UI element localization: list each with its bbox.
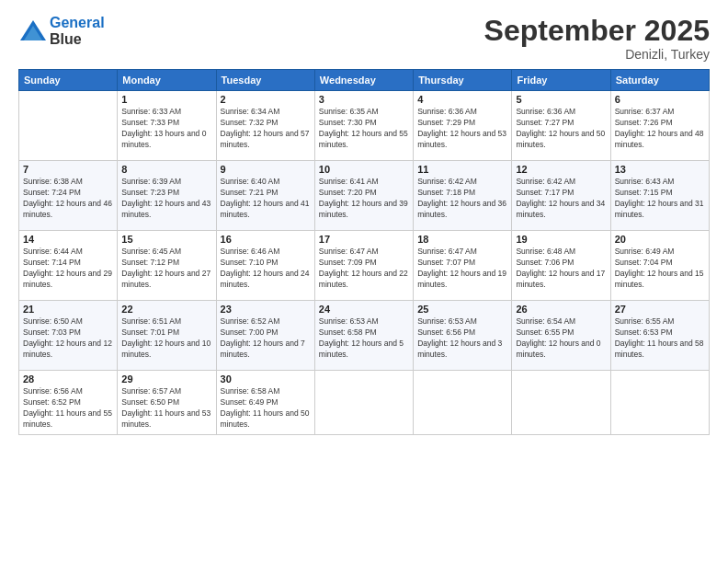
day-info: Sunrise: 6:37 AMSunset: 7:26 PMDaylight:… [615, 107, 705, 151]
table-row: 9 Sunrise: 6:40 AMSunset: 7:21 PMDayligh… [216, 161, 314, 231]
col-wednesday: Wednesday [314, 70, 413, 91]
day-info: Sunrise: 6:52 AMSunset: 7:00 PMDaylight:… [221, 316, 311, 361]
logo-general: General [50, 15, 105, 30]
table-row: 4 Sunrise: 6:36 AMSunset: 7:29 PMDayligh… [414, 91, 512, 161]
col-friday: Friday [512, 70, 610, 91]
day-number: 16 [221, 234, 311, 245]
table-row: 1 Sunrise: 6:33 AMSunset: 7:33 PMDayligh… [118, 91, 216, 161]
day-number: 19 [516, 234, 606, 245]
table-row: 22 Sunrise: 6:51 AMSunset: 7:01 PMDaylig… [118, 301, 216, 371]
day-info: Sunrise: 6:57 AMSunset: 6:50 PMDaylight:… [121, 386, 211, 431]
day-info: Sunrise: 6:39 AMSunset: 7:23 PMDaylight:… [121, 177, 211, 221]
day-number: 24 [319, 304, 409, 315]
col-tuesday: Tuesday [216, 70, 314, 91]
logo-icon [18, 18, 48, 44]
day-info: Sunrise: 6:42 AMSunset: 7:18 PMDaylight:… [417, 177, 507, 221]
day-info: Sunrise: 6:56 AMSunset: 6:52 PMDaylight:… [23, 386, 113, 431]
day-number: 12 [516, 164, 606, 175]
table-row [314, 371, 413, 435]
day-info: Sunrise: 6:34 AMSunset: 7:32 PMDaylight:… [221, 107, 311, 151]
table-row: 27 Sunrise: 6:55 AMSunset: 6:53 PMDaylig… [610, 301, 709, 371]
day-info: Sunrise: 6:55 AMSunset: 6:53 PMDaylight:… [615, 316, 705, 361]
day-info: Sunrise: 6:54 AMSunset: 6:55 PMDaylight:… [516, 316, 606, 361]
calendar-table: Sunday Monday Tuesday Wednesday Thursday… [18, 69, 710, 435]
day-info: Sunrise: 6:53 AMSunset: 6:58 PMDaylight:… [319, 316, 409, 361]
day-number: 20 [615, 234, 705, 245]
day-info: Sunrise: 6:51 AMSunset: 7:01 PMDaylight:… [121, 316, 211, 361]
table-row: 12 Sunrise: 6:42 AMSunset: 7:17 PMDaylig… [512, 161, 610, 231]
day-number: 10 [319, 164, 409, 175]
table-row: 13 Sunrise: 6:43 AMSunset: 7:15 PMDaylig… [610, 161, 709, 231]
table-row: 17 Sunrise: 6:47 AMSunset: 7:09 PMDaylig… [314, 231, 413, 301]
day-number: 8 [121, 164, 211, 175]
location: Denizli, Turkey [484, 47, 710, 62]
table-row [610, 371, 709, 435]
month-title: September 2025 [484, 15, 710, 47]
table-row: 26 Sunrise: 6:54 AMSunset: 6:55 PMDaylig… [512, 301, 610, 371]
day-info: Sunrise: 6:58 AMSunset: 6:49 PMDaylight:… [221, 386, 311, 431]
table-row: 15 Sunrise: 6:45 AMSunset: 7:12 PMDaylig… [118, 231, 216, 301]
day-number: 29 [121, 373, 211, 385]
table-row: 2 Sunrise: 6:34 AMSunset: 7:32 PMDayligh… [216, 91, 314, 161]
table-row [414, 371, 512, 435]
table-row: 29 Sunrise: 6:57 AMSunset: 6:50 PMDaylig… [118, 371, 216, 435]
day-number: 22 [121, 304, 211, 315]
day-info: Sunrise: 6:48 AMSunset: 7:06 PMDaylight:… [516, 247, 606, 291]
table-row: 25 Sunrise: 6:53 AMSunset: 6:56 PMDaylig… [414, 301, 512, 371]
table-row: 8 Sunrise: 6:39 AMSunset: 7:23 PMDayligh… [118, 161, 216, 231]
table-row: 11 Sunrise: 6:42 AMSunset: 7:18 PMDaylig… [414, 161, 512, 231]
col-sunday: Sunday [19, 70, 118, 91]
table-row: 24 Sunrise: 6:53 AMSunset: 6:58 PMDaylig… [314, 301, 413, 371]
table-row: 30 Sunrise: 6:58 AMSunset: 6:49 PMDaylig… [216, 371, 314, 435]
day-info: Sunrise: 6:36 AMSunset: 7:29 PMDaylight:… [417, 107, 507, 151]
day-number: 7 [23, 164, 113, 175]
day-info: Sunrise: 6:49 AMSunset: 7:04 PMDaylight:… [615, 247, 705, 291]
table-row: 16 Sunrise: 6:46 AMSunset: 7:10 PMDaylig… [216, 231, 314, 301]
table-row: 20 Sunrise: 6:49 AMSunset: 7:04 PMDaylig… [610, 231, 709, 301]
col-saturday: Saturday [610, 70, 709, 91]
table-row: 14 Sunrise: 6:44 AMSunset: 7:14 PMDaylig… [19, 231, 118, 301]
day-number: 14 [23, 234, 113, 245]
table-row: 19 Sunrise: 6:48 AMSunset: 7:06 PMDaylig… [512, 231, 610, 301]
table-row [19, 91, 118, 161]
day-info: Sunrise: 6:46 AMSunset: 7:10 PMDaylight:… [221, 247, 311, 291]
day-number: 13 [615, 164, 705, 175]
day-number: 4 [417, 94, 507, 105]
day-info: Sunrise: 6:35 AMSunset: 7:30 PMDaylight:… [319, 107, 409, 151]
table-row: 21 Sunrise: 6:50 AMSunset: 7:03 PMDaylig… [19, 301, 118, 371]
day-number: 21 [23, 304, 113, 315]
day-number: 17 [319, 234, 409, 245]
col-thursday: Thursday [414, 70, 512, 91]
day-number: 25 [417, 304, 507, 315]
calendar-header-row: Sunday Monday Tuesday Wednesday Thursday… [19, 70, 710, 91]
title-block: September 2025 Denizli, Turkey [484, 15, 710, 62]
day-info: Sunrise: 6:45 AMSunset: 7:12 PMDaylight:… [121, 247, 211, 291]
day-info: Sunrise: 6:43 AMSunset: 7:15 PMDaylight:… [615, 177, 705, 221]
day-info: Sunrise: 6:38 AMSunset: 7:24 PMDaylight:… [23, 177, 113, 221]
day-info: Sunrise: 6:44 AMSunset: 7:14 PMDaylight:… [23, 247, 113, 291]
day-number: 2 [221, 94, 311, 105]
day-info: Sunrise: 6:41 AMSunset: 7:20 PMDaylight:… [319, 177, 409, 221]
col-monday: Monday [118, 70, 216, 91]
table-row: 10 Sunrise: 6:41 AMSunset: 7:20 PMDaylig… [314, 161, 413, 231]
day-number: 6 [615, 94, 705, 105]
day-number: 23 [221, 304, 311, 315]
day-number: 3 [319, 94, 409, 105]
day-number: 26 [516, 304, 606, 315]
table-row: 28 Sunrise: 6:56 AMSunset: 6:52 PMDaylig… [19, 371, 118, 435]
table-row: 6 Sunrise: 6:37 AMSunset: 7:26 PMDayligh… [610, 91, 709, 161]
day-info: Sunrise: 6:33 AMSunset: 7:33 PMDaylight:… [121, 107, 211, 151]
day-info: Sunrise: 6:47 AMSunset: 7:07 PMDaylight:… [417, 247, 507, 291]
table-row: 3 Sunrise: 6:35 AMSunset: 7:30 PMDayligh… [314, 91, 413, 161]
day-number: 11 [417, 164, 507, 175]
day-info: Sunrise: 6:40 AMSunset: 7:21 PMDaylight:… [221, 177, 311, 221]
day-number: 15 [121, 234, 211, 245]
table-row: 5 Sunrise: 6:36 AMSunset: 7:27 PMDayligh… [512, 91, 610, 161]
day-info: Sunrise: 6:53 AMSunset: 6:56 PMDaylight:… [417, 316, 507, 361]
table-row: 7 Sunrise: 6:38 AMSunset: 7:24 PMDayligh… [19, 161, 118, 231]
logo: General Blue [18, 15, 105, 49]
day-info: Sunrise: 6:50 AMSunset: 7:03 PMDaylight:… [23, 316, 113, 361]
table-row [512, 371, 610, 435]
day-info: Sunrise: 6:36 AMSunset: 7:27 PMDaylight:… [516, 107, 606, 151]
day-info: Sunrise: 6:47 AMSunset: 7:09 PMDaylight:… [319, 247, 409, 291]
